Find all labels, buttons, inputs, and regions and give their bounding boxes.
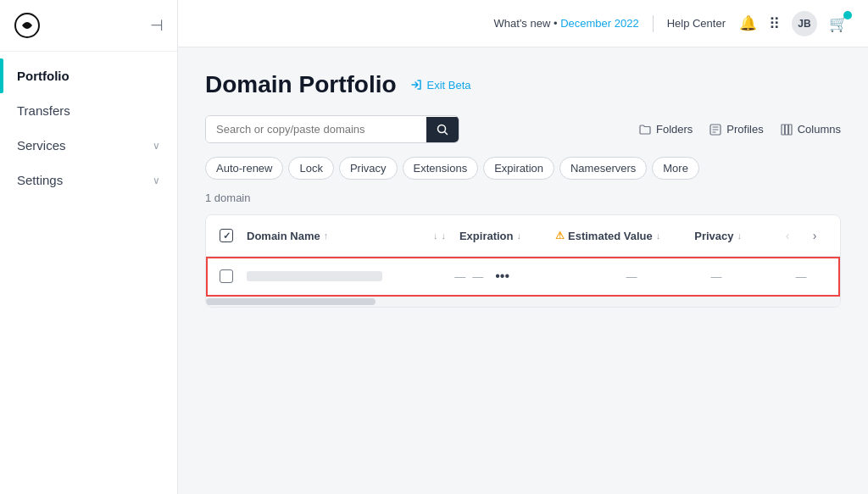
cart-badge (843, 11, 852, 19)
page-header: Domain Portfolio Exit Beta (205, 71, 841, 98)
svg-rect-3 (782, 125, 785, 135)
folder-icon (639, 124, 651, 136)
next-page-button[interactable]: › (803, 224, 826, 247)
search-icon (437, 124, 448, 136)
row-dash-1: — (454, 270, 465, 283)
horizontal-scrollbar[interactable] (206, 297, 840, 307)
select-all-checkbox[interactable] (220, 229, 233, 242)
row-domain-name (247, 271, 454, 281)
sidebar-item-label: Services (17, 138, 66, 153)
topbar-divider (653, 15, 654, 32)
sort-down-icon-2[interactable]: ↓ (441, 230, 446, 241)
sidebar-item-services[interactable]: Services ∨ (0, 128, 177, 163)
cart-icon[interactable]: 🛒 (829, 14, 848, 33)
th-domain-name: Domain Name ↑ (247, 230, 433, 242)
filter-tab-expiration[interactable]: Expiration (483, 157, 554, 180)
filter-tab-privacy[interactable]: Privacy (339, 157, 398, 180)
row-more-button[interactable]: ••• (490, 267, 515, 286)
exit-beta-button[interactable]: Exit Beta (410, 79, 471, 92)
row-select-checkbox[interactable] (220, 269, 233, 283)
sidebar-item-transfers[interactable]: Transfers (0, 93, 177, 128)
main-content: What's new • December 2022 Help Center 🔔… (178, 0, 868, 494)
sort-down-icon[interactable]: ↓ (656, 230, 661, 241)
row-estimated-value: — (691, 270, 742, 283)
folders-button[interactable]: Folders (639, 123, 693, 136)
columns-button[interactable]: Columns (781, 123, 841, 136)
sidebar-item-label: Transfers (17, 103, 70, 118)
row-actions: — — ••• (454, 267, 521, 286)
sort-asc-icon[interactable]: ↑ (324, 230, 329, 241)
sidebar-item-settings[interactable]: Settings ∨ (0, 163, 177, 197)
chevron-down-icon: ∨ (153, 140, 160, 152)
grid-icon[interactable]: ⠿ (769, 14, 780, 33)
sidebar-collapse-button[interactable]: ⊣ (150, 16, 164, 35)
row-right-cols: — — — (521, 270, 826, 283)
row-dash-2: — (472, 270, 483, 283)
search-box (205, 115, 459, 143)
page-title: Domain Portfolio (205, 71, 397, 98)
sidebar-nav: Portfolio Transfers Services ∨ Settings … (0, 52, 177, 494)
domain-name-placeholder (247, 271, 382, 281)
th-checkbox (220, 229, 247, 242)
sort-down-icon[interactable]: ↓ (737, 230, 743, 241)
search-button[interactable] (426, 117, 459, 142)
filter-tab-autorenew[interactable]: Auto-renew (205, 157, 283, 180)
search-actions-bar: Folders Profiles Columns (205, 115, 841, 143)
profiles-icon (709, 124, 721, 136)
scrollbar-thumb[interactable] (206, 298, 376, 305)
profiles-button[interactable]: Profiles (709, 123, 763, 136)
content-area: Domain Portfolio Exit Beta (178, 47, 868, 494)
bell-icon[interactable]: 🔔 (739, 14, 757, 32)
filter-tabs: Auto-renew Lock Privacy Extensions Expir… (205, 157, 841, 180)
warning-icon: ⚠ (555, 230, 565, 241)
sidebar-item-label: Settings (17, 173, 63, 187)
row-privacy: — (776, 270, 826, 283)
whats-new-link[interactable]: December 2022 (560, 17, 639, 30)
table-row: — — ••• — — — (206, 257, 840, 297)
sidebar-item-label: Portfolio (17, 69, 70, 83)
th-right-cols: Expiration ↓ ⚠ Estimated Value ↓ Privacy… (459, 224, 826, 247)
filter-tab-more[interactable]: More (652, 157, 699, 180)
help-center-link[interactable]: Help Center (667, 17, 726, 30)
row-expiration: — (606, 270, 657, 283)
exit-icon (410, 79, 422, 91)
topbar-icons: 🔔 ⠿ JB 🛒 (739, 11, 848, 36)
th-pagination: ‹ › (776, 224, 826, 247)
th-sort-group: ↓ ↓ (433, 230, 446, 241)
sort-down-icon-1[interactable]: ↓ (433, 230, 438, 241)
th-expiration: Expiration ↓ (459, 230, 521, 242)
sidebar-item-portfolio[interactable]: Portfolio (0, 58, 177, 93)
prev-page-button[interactable]: ‹ (776, 224, 799, 247)
whats-new-text: What's new • December 2022 (494, 17, 639, 30)
action-buttons: Folders Profiles Columns (639, 123, 841, 136)
table-header: Domain Name ↑ ↓ ↓ Expiration ↓ ⚠ Estimat… (206, 215, 840, 257)
row-checkbox (220, 269, 247, 283)
sort-down-icon[interactable]: ↓ (517, 230, 522, 241)
search-input[interactable] (206, 116, 426, 142)
filter-tab-nameservers[interactable]: Nameservers (559, 157, 647, 180)
svg-rect-4 (785, 125, 788, 135)
godaddy-logo (14, 12, 41, 39)
avatar[interactable]: JB (792, 11, 817, 36)
th-privacy: Privacy ↓ (694, 230, 742, 242)
domain-table: Domain Name ↑ ↓ ↓ Expiration ↓ ⚠ Estimat… (205, 214, 841, 308)
topbar: What's new • December 2022 Help Center 🔔… (178, 0, 868, 47)
svg-rect-5 (788, 125, 792, 135)
columns-icon (781, 124, 793, 136)
sidebar-header: ⊣ (0, 0, 177, 52)
th-estimated-value: ⚠ Estimated Value ↓ (555, 230, 660, 242)
sidebar: ⊣ Portfolio Transfers Services ∨ Setting… (0, 0, 178, 494)
filter-tab-lock[interactable]: Lock (288, 157, 333, 180)
domain-count: 1 domain (205, 191, 841, 204)
chevron-down-icon: ∨ (153, 175, 160, 186)
filter-tab-extensions[interactable]: Extensions (403, 157, 479, 180)
